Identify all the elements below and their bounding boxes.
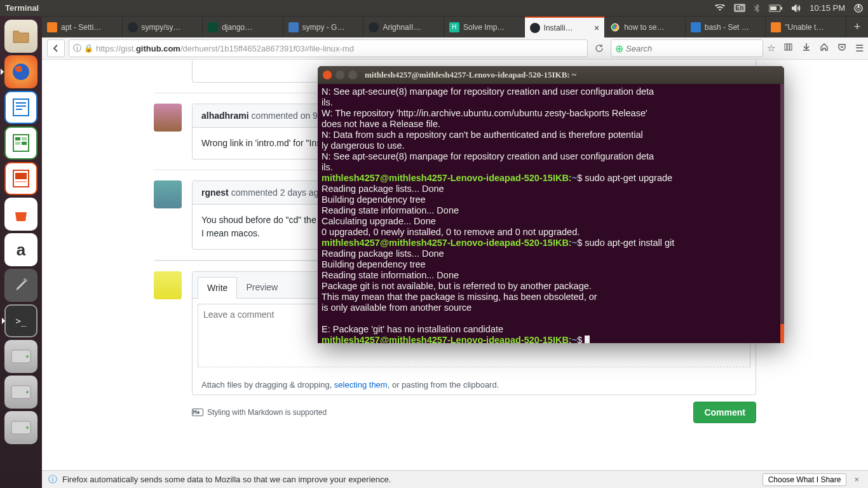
tab-7-active[interactable]: Installi…× bbox=[525, 17, 606, 37]
tab-3[interactable]: django… bbox=[203, 17, 283, 37]
select-files-link[interactable]: selecting them bbox=[334, 380, 388, 390]
svg-rect-17 bbox=[22, 137, 27, 140]
tab-8[interactable]: how to se… bbox=[605, 17, 686, 37]
launcher-software[interactable] bbox=[4, 198, 37, 231]
favicon-icon bbox=[610, 22, 620, 32]
browser-toolbar: ⓘ 🔒 https://gist.github.com/derhuerst/1b… bbox=[0, 37, 868, 60]
window-maximize-icon[interactable] bbox=[348, 71, 357, 79]
bookmark-star-icon[interactable]: ☆ bbox=[767, 43, 775, 54]
home-icon[interactable] bbox=[820, 43, 829, 54]
svg-rect-11 bbox=[13, 99, 29, 116]
search-icon: ⊕ bbox=[615, 43, 623, 55]
info-icon: ⓘ bbox=[48, 474, 57, 485]
tab-5[interactable]: ArighnaII… bbox=[363, 17, 444, 37]
launcher-disk-3[interactable] bbox=[4, 411, 37, 444]
svg-rect-14 bbox=[16, 109, 22, 110]
terminal-cursor bbox=[585, 336, 590, 343]
favicon-icon bbox=[128, 22, 138, 32]
search-input[interactable] bbox=[626, 44, 759, 53]
terminal-scrollbar[interactable] bbox=[780, 84, 784, 343]
svg-rect-12 bbox=[16, 102, 26, 104]
downloads-icon[interactable] bbox=[802, 43, 811, 54]
tab-10[interactable]: "Unable t… bbox=[766, 17, 846, 37]
browser-tab-bar: apt - Setti… sympy/sy… django… sympy - G… bbox=[0, 16, 868, 37]
window-close-icon[interactable] bbox=[323, 71, 332, 79]
bluetooth-icon[interactable] bbox=[754, 4, 760, 13]
svg-point-27 bbox=[26, 391, 29, 393]
launcher-disk-1[interactable] bbox=[4, 340, 37, 373]
launcher-files[interactable] bbox=[4, 20, 37, 53]
wifi-icon[interactable] bbox=[715, 4, 725, 12]
svg-point-25 bbox=[26, 355, 29, 358]
system-tray: En 10:15 PM bbox=[715, 3, 863, 13]
favicon-icon bbox=[369, 22, 379, 32]
launcher-calc[interactable] bbox=[4, 126, 37, 159]
svg-point-29 bbox=[26, 426, 29, 429]
tab-4[interactable]: sympy - G… bbox=[283, 17, 364, 37]
markdown-icon bbox=[192, 409, 203, 416]
favicon-icon bbox=[691, 22, 701, 32]
terminal-title: mithlesh4257@mithlesh4257-Lenovo-ideapad… bbox=[365, 70, 576, 80]
search-box[interactable]: ⊕ bbox=[611, 39, 763, 57]
svg-point-6 bbox=[614, 25, 616, 28]
notification-bar: ⓘ Firefox automatically sends some data … bbox=[42, 470, 868, 488]
keyboard-layout[interactable]: En bbox=[734, 4, 746, 12]
notification-close-icon[interactable]: × bbox=[851, 475, 862, 484]
favicon-icon: H bbox=[449, 22, 459, 32]
tab-2[interactable]: sympy/sy… bbox=[123, 17, 203, 37]
svg-rect-21 bbox=[15, 173, 27, 179]
terminal-output[interactable]: N: See apt-secure(8) manpage for reposit… bbox=[318, 84, 784, 343]
info-icon[interactable]: ⓘ bbox=[73, 43, 81, 54]
active-app-title: Terminal bbox=[5, 3, 39, 13]
attach-hint: Attach files by dragging & dropping, sel… bbox=[193, 375, 756, 395]
tab-9[interactable]: bash - Set … bbox=[686, 17, 766, 37]
tab-close-icon[interactable]: × bbox=[594, 23, 599, 33]
tab-1[interactable]: apt - Setti… bbox=[42, 17, 123, 37]
launcher-amazon[interactable]: a bbox=[4, 233, 37, 266]
launcher-settings[interactable] bbox=[4, 269, 37, 302]
favicon-icon bbox=[288, 22, 299, 32]
terminal-titlebar[interactable]: mithlesh4257@mithlesh4257-Lenovo-ideapad… bbox=[318, 66, 784, 84]
favicon-icon bbox=[530, 23, 540, 33]
terminal-window[interactable]: mithlesh4257@mithlesh4257-Lenovo-ideapad… bbox=[318, 66, 784, 343]
launcher-disk-2[interactable] bbox=[4, 376, 37, 409]
unity-launcher: a >_ bbox=[0, 16, 42, 488]
choose-share-button[interactable]: Choose What I Share bbox=[763, 473, 847, 486]
url-bar[interactable]: ⓘ 🔒 https://gist.github.com/derhuerst/1b… bbox=[69, 39, 588, 57]
launcher-impress[interactable] bbox=[4, 162, 37, 195]
session-icon[interactable] bbox=[854, 4, 863, 13]
avatar[interactable] bbox=[154, 104, 182, 132]
comment-button[interactable]: Comment bbox=[693, 402, 756, 423]
new-tab-button[interactable]: + bbox=[846, 17, 868, 37]
favicon-icon bbox=[771, 22, 781, 32]
write-tab[interactable]: Write bbox=[198, 277, 237, 299]
svg-rect-2 bbox=[781, 7, 782, 10]
favicon-icon bbox=[47, 22, 57, 32]
lock-icon: 🔒 bbox=[84, 44, 93, 53]
reload-button[interactable] bbox=[592, 44, 607, 53]
svg-rect-18 bbox=[15, 142, 20, 145]
pocket-icon[interactable] bbox=[837, 43, 846, 54]
launcher-firefox[interactable] bbox=[4, 55, 37, 88]
favicon-icon bbox=[208, 22, 218, 32]
back-button[interactable] bbox=[47, 39, 65, 57]
tab-6[interactable]: HSolve Imp… bbox=[444, 17, 525, 37]
notification-text: Firefox automatically sends some data to… bbox=[62, 475, 391, 484]
avatar[interactable] bbox=[154, 271, 182, 299]
library-icon[interactable] bbox=[784, 43, 793, 54]
window-minimize-icon[interactable] bbox=[336, 71, 344, 79]
preview-tab[interactable]: Preview bbox=[237, 277, 287, 298]
clock[interactable]: 10:15 PM bbox=[810, 3, 845, 13]
menu-icon[interactable]: ☰ bbox=[855, 43, 863, 54]
svg-rect-8 bbox=[787, 44, 789, 50]
volume-icon[interactable] bbox=[792, 4, 801, 12]
svg-rect-7 bbox=[785, 44, 787, 50]
launcher-writer[interactable] bbox=[4, 91, 37, 124]
url-text: https://gist.github.com/derhuerst/1b15ff… bbox=[96, 44, 354, 53]
battery-icon[interactable] bbox=[769, 4, 783, 12]
svg-rect-1 bbox=[770, 6, 776, 10]
launcher-terminal[interactable]: >_ bbox=[4, 304, 37, 337]
markdown-hint[interactable]: Styling with Markdown is supported bbox=[192, 408, 327, 417]
svg-rect-22 bbox=[15, 181, 27, 182]
avatar[interactable] bbox=[154, 180, 182, 208]
